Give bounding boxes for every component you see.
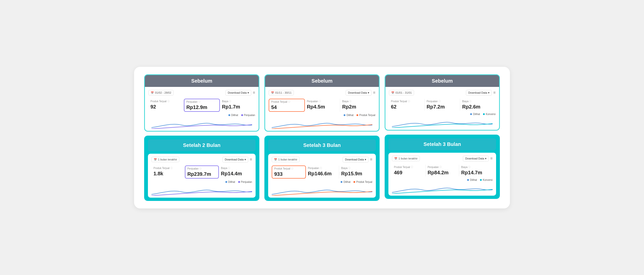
metric-item: Produk Terjualⓘ54 xyxy=(269,99,305,112)
menu-icon[interactable]: ≡ xyxy=(250,157,252,162)
metric-item: PenjualanⓘRp12.9m xyxy=(184,99,220,112)
metric-value: 54 xyxy=(271,104,302,110)
chart-area xyxy=(272,184,372,196)
legend-dot xyxy=(341,181,342,183)
card-toolbar: 📅1 bulan terakhirDownload Data ▾≡ xyxy=(272,157,372,162)
card-toolbar: 📅01/02 - 28/02Download Data ▾≡ xyxy=(148,90,255,96)
info-icon: ⓘ xyxy=(469,100,471,103)
date-text: 1 bulan terakhir xyxy=(398,157,418,160)
metric-item: Produk Terjualⓘ92 xyxy=(148,99,184,112)
panel-header: Sebelum xyxy=(145,75,259,87)
info-icon: ⓘ xyxy=(228,167,230,170)
bottom-panel-3: Setelah 3 Bulan📅1 bulan terakhirDownload… xyxy=(385,135,500,199)
legend-dot xyxy=(467,179,469,181)
metric-item: Produk Terjualⓘ469 xyxy=(392,164,426,177)
panel-header: Sebelum xyxy=(385,75,499,87)
download-data-button[interactable]: Download Data ▾ xyxy=(346,90,371,96)
legend-item: Dilihat xyxy=(225,181,235,183)
legend-dot xyxy=(344,114,345,116)
metric-value: Rp14.7m xyxy=(461,170,491,176)
date-range: 📅01/11 - 30/11 xyxy=(269,90,294,95)
legend-label: Produk Terjual xyxy=(356,181,372,183)
download-data-button[interactable]: Download Data ▾ xyxy=(343,157,368,162)
download-data-button[interactable]: Download Data ▾ xyxy=(222,157,248,162)
chart-area xyxy=(269,118,375,129)
info-icon: ⓘ xyxy=(438,100,441,103)
legend-dot xyxy=(480,179,482,181)
info-icon: ⓘ xyxy=(349,100,351,103)
metric-value: Rp2.6m xyxy=(462,104,494,110)
metric-value: Rp14.4m xyxy=(221,171,250,177)
legend-dot xyxy=(356,114,358,116)
legend-row: DilihatPenjualan xyxy=(148,114,255,117)
legend-item: Dilihat xyxy=(228,114,238,117)
date-range: 📅1 bulan terakhir xyxy=(272,157,300,162)
chart-area xyxy=(148,118,255,129)
metric-value: Rp2m xyxy=(342,104,373,110)
info-icon: ⓘ xyxy=(288,100,290,103)
metric-label: Biayaⓘ xyxy=(342,100,373,103)
legend-dot xyxy=(470,113,472,115)
menu-icon[interactable]: ≡ xyxy=(493,90,496,95)
legend-item: Dilihat xyxy=(467,179,477,181)
metric-label: Produk Terjualⓘ xyxy=(150,100,182,103)
metrics-row: Produk Terjualⓘ62PenjualanⓘRp7.2mBiayaⓘR… xyxy=(389,99,496,111)
legend-dot xyxy=(225,181,227,183)
panel-header: Sebelum xyxy=(265,75,379,87)
metric-value: Rp12.9m xyxy=(186,104,218,110)
panel-title: Sebelum xyxy=(311,78,332,84)
legend-label: Dilihat xyxy=(470,179,477,181)
legend-label: Dilihat xyxy=(228,181,235,183)
chart-area xyxy=(389,117,496,128)
legend-dot xyxy=(241,114,243,116)
metric-item: Produk Terjualⓘ933 xyxy=(272,166,306,179)
legend-row: DilihatKonversi xyxy=(389,113,496,116)
metric-value: Rp239.7m xyxy=(187,171,217,177)
menu-icon[interactable]: ≡ xyxy=(370,157,372,162)
metric-value: Rp15.9m xyxy=(341,171,370,177)
metric-value: Rp146.6m xyxy=(308,171,337,177)
legend-label: Dilihat xyxy=(343,181,350,183)
metric-item: Produk Terjualⓘ62 xyxy=(389,99,425,111)
info-icon: ⓘ xyxy=(411,166,413,169)
date-text: 01/01 - 31/01 xyxy=(395,91,412,94)
date-text: 01/11 - 30/11 xyxy=(275,91,292,94)
menu-icon[interactable]: ≡ xyxy=(490,156,493,161)
download-data-button[interactable]: Download Data ▾ xyxy=(466,90,492,96)
metric-value: 933 xyxy=(274,171,303,177)
legend-label: Dilihat xyxy=(346,114,353,117)
metric-value: 62 xyxy=(391,104,422,110)
metric-item: BiayaⓘRp15.9m xyxy=(339,166,372,179)
card-toolbar: 📅1 bulan terakhirDownload Data ▾≡ xyxy=(151,157,252,162)
calendar-icon: 📅 xyxy=(274,158,277,161)
info-icon: ⓘ xyxy=(319,100,321,103)
metric-label: Penjualanⓘ xyxy=(307,100,338,103)
download-data-button[interactable]: Download Data ▾ xyxy=(225,90,251,96)
date-text: 01/02 - 28/02 xyxy=(155,91,171,94)
panel-title: Sebelum xyxy=(432,78,453,84)
page-wrapper: Sebelum📅01/02 - 28/02Download Data ▾≡Pro… xyxy=(134,67,510,208)
metric-label: Biayaⓘ xyxy=(222,100,253,103)
legend-label: Konversi xyxy=(486,113,496,116)
legend-item: Produk Terjual xyxy=(353,181,372,183)
date-range: 📅01/02 - 28/02 xyxy=(148,90,174,95)
menu-icon[interactable]: ≡ xyxy=(373,90,375,95)
metric-label: Produk Terjualⓘ xyxy=(274,167,303,170)
setelah-header: Setelah 2 Bulan xyxy=(148,139,256,151)
date-text: 1 bulan terakhir xyxy=(158,158,177,161)
info-icon: ⓘ xyxy=(348,167,350,170)
chart-area xyxy=(151,184,252,196)
date-range: 📅01/01 - 31/01 xyxy=(389,90,414,95)
menu-icon[interactable]: ≡ xyxy=(253,90,255,95)
metric-label: Produk Terjualⓘ xyxy=(153,167,183,170)
metric-item: PenjualanⓘRp84.2m xyxy=(426,164,459,177)
main-grid: Sebelum📅01/02 - 28/02Download Data ▾≡Pro… xyxy=(144,74,500,201)
panel-column-2: Sebelum📅01/11 - 30/11Download Data ▾≡Pro… xyxy=(264,74,380,201)
legend-dot xyxy=(228,114,230,116)
metric-label: Penjualanⓘ xyxy=(187,167,217,170)
download-data-button[interactable]: Download Data ▾ xyxy=(463,156,489,161)
info-icon: ⓘ xyxy=(408,100,410,103)
calendar-icon: 📅 xyxy=(391,91,394,94)
info-icon: ⓘ xyxy=(468,166,470,169)
legend-item: Konversi xyxy=(483,113,496,116)
